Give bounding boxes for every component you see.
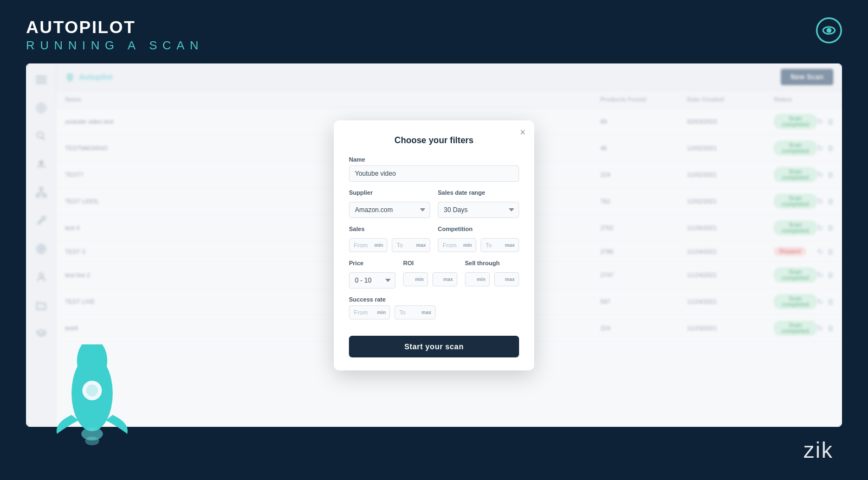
sales-competition-row: Sales min max Competition: [349, 226, 519, 252]
sales-date-select[interactable]: 30 Days 7 Days 14 Days 60 Days 90 Days: [438, 202, 519, 218]
success-from-wrap: min: [349, 305, 390, 319]
svg-point-25: [86, 385, 98, 396]
price-label: Price: [349, 260, 396, 266]
sales-from-wrap: min: [349, 238, 387, 252]
sales-to-input[interactable]: [392, 238, 430, 252]
roi-from-input[interactable]: [403, 272, 428, 286]
sell-through-col: Sell through min max: [465, 260, 519, 289]
sell-range: min max: [465, 272, 519, 286]
sales-date-label: Sales date range: [438, 189, 519, 196]
price-select[interactable]: 0 - 10 10 - 25 25 - 50 50 - 100 100+: [349, 272, 396, 289]
success-to-wrap: max: [394, 305, 436, 319]
sales-from-input[interactable]: [349, 238, 387, 252]
sales-to-wrap: max: [392, 238, 430, 252]
roi-range: min max: [403, 272, 457, 286]
sales-date-col: Sales date range 30 Days 7 Days 14 Days …: [438, 189, 519, 218]
price-roi-sell-row: Price 0 - 10 10 - 25 25 - 50 50 - 100 10…: [349, 260, 519, 289]
eye-icon-button[interactable]: [816, 17, 842, 43]
roi-to-wrap: max: [432, 272, 457, 286]
roi-to-input[interactable]: [432, 272, 457, 286]
page-title-main: AUTOPILOT: [26, 17, 842, 37]
page-title-sub: RUNNING A SCAN: [26, 39, 842, 53]
name-group: Name: [349, 156, 519, 182]
filter-modal: Choose your filters × Name Supplier Amaz…: [334, 120, 534, 370]
roi-label: ROI: [403, 260, 457, 266]
success-to-input[interactable]: [394, 305, 436, 319]
sell-from-input[interactable]: [465, 272, 490, 286]
supplier-col: Supplier Amazon.com eBay Walmart: [349, 189, 430, 218]
main-content: Autopilot New Scan Name Products found D…: [26, 63, 842, 427]
header: AUTOPILOT RUNNING A SCAN: [0, 0, 868, 63]
supplier-label: Supplier: [349, 189, 430, 196]
success-rate-group: Success rate min max: [349, 296, 519, 319]
sales-range: min max: [349, 238, 430, 252]
comp-to-wrap: max: [481, 238, 519, 252]
supplier-sales-row: Supplier Amazon.com eBay Walmart Sales d…: [349, 189, 519, 218]
supplier-select[interactable]: Amazon.com eBay Walmart: [349, 202, 430, 218]
modal-title: Choose your filters: [349, 136, 519, 145]
sell-to-wrap: max: [494, 272, 519, 286]
sell-to-input[interactable]: [494, 272, 519, 286]
competition-col: Competition min max: [438, 226, 519, 252]
svg-point-27: [85, 437, 99, 445]
success-from-input[interactable]: [349, 305, 390, 319]
name-label: Name: [349, 156, 519, 163]
name-input[interactable]: [349, 165, 519, 182]
success-rate-range: min max: [349, 305, 436, 319]
price-col: Price 0 - 10 10 - 25 25 - 50 50 - 100 10…: [349, 260, 396, 289]
modal-backdrop: Choose your filters × Name Supplier Amaz…: [26, 63, 842, 427]
roi-from-wrap: min: [403, 272, 428, 286]
roi-col: ROI min max: [403, 260, 457, 289]
comp-from-wrap: min: [438, 238, 476, 252]
competition-range: min max: [438, 238, 519, 252]
sell-through-label: Sell through: [465, 260, 519, 266]
sales-label: Sales: [349, 226, 430, 232]
success-rate-label: Success rate: [349, 296, 519, 303]
sales-col: Sales min max: [349, 226, 430, 252]
svg-point-1: [827, 29, 831, 33]
zik-brand: zik: [804, 438, 833, 463]
modal-close-button[interactable]: ×: [520, 127, 526, 138]
start-scan-button[interactable]: Start your scan: [349, 336, 519, 357]
competition-to-input[interactable]: [481, 238, 519, 252]
competition-label: Competition: [438, 226, 519, 232]
competition-from-input[interactable]: [438, 238, 476, 252]
sell-from-wrap: min: [465, 272, 490, 286]
rocket-decoration: [43, 344, 141, 453]
